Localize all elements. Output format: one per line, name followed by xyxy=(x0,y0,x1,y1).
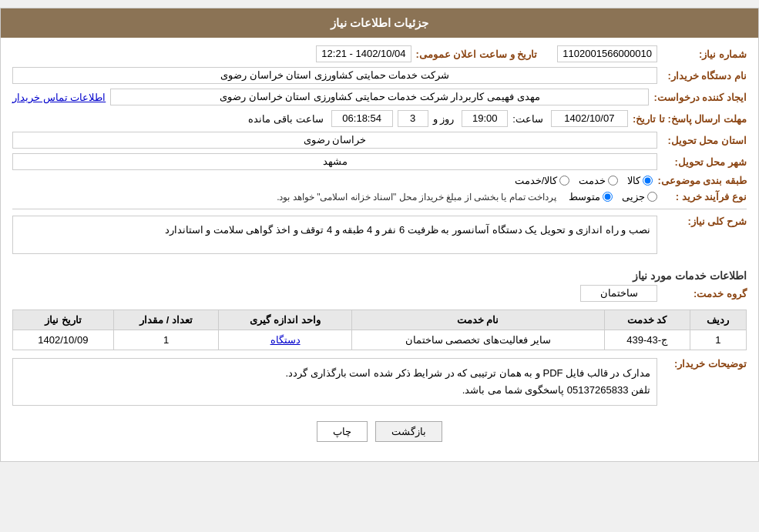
buyer-name-label: نام دستگاه خریدار: xyxy=(662,70,747,82)
date-value: 1402/10/04 - 12:21 xyxy=(316,45,411,62)
province-value: خراسان رضوی xyxy=(12,132,657,149)
category-kala-label: کالا xyxy=(627,175,640,186)
print-button[interactable]: چاپ xyxy=(317,421,368,442)
process-jazii-label: جزیی xyxy=(622,191,645,202)
creator-value: مهدی فهیمی کاربردار شرکت خدمات حمایتی کش… xyxy=(110,89,649,105)
province-label: استان محل تحویل: xyxy=(662,135,747,146)
process-motevaset-radio[interactable] xyxy=(603,192,613,202)
description-value: نصب و راه اندازی و تحویل یک دستگاه آسانس… xyxy=(12,216,657,254)
buyer-notes-row: توضیحات خریدار: مدارک در قالب فایل PDF و… xyxy=(12,358,747,406)
buyer-name-value: شرکت خدمات حمایتی کشاورزی استان خراسان ر… xyxy=(12,67,657,84)
deadline-days: 3 xyxy=(398,110,428,127)
col-row-num: ردیف xyxy=(690,310,746,330)
service-group-label: گروه خدمت: xyxy=(662,288,747,299)
category-row: طبقه بندی موضوعی: کالا خدمت کالا/خدمت xyxy=(12,175,747,186)
category-kala-radio[interactable] xyxy=(643,176,653,186)
deadline-days-label: روز و xyxy=(433,113,455,125)
city-row: شهر محل تحویل: مشهد xyxy=(12,153,747,170)
deadline-time: 19:00 xyxy=(462,110,508,127)
contact-link[interactable]: اطلاعات تماس خریدار xyxy=(12,92,106,103)
process-note: پرداخت تمام یا بخشی از مبلغ خریداز محل "… xyxy=(277,192,556,202)
need-number-label: شماره نیاز: xyxy=(662,49,747,60)
cell-code: ج-43-439 xyxy=(604,330,690,350)
buyer-name-row: نام دستگاه خریدار: شرکت خدمات حمایتی کشا… xyxy=(12,67,747,84)
cell-row-num: 1 xyxy=(690,330,746,350)
need-number-row: شماره نیاز: 1102001566000010 تاریخ و ساع… xyxy=(12,45,747,62)
deadline-remaining: 06:18:54 xyxy=(331,110,393,127)
creator-row: ایجاد کننده درخواست: مهدی فهیمی کاربردار… xyxy=(12,89,747,105)
deadline-label: مهلت ارسال پاسخ: تا تاریخ: xyxy=(633,113,747,125)
cell-date: 1402/10/09 xyxy=(13,330,114,350)
category-khadamat-radio[interactable] xyxy=(608,176,618,186)
process-row: نوع فرآیند خرید : جزیی متوسط پرداخت تمام… xyxy=(12,191,747,202)
col-unit: واحد اندازه گیری xyxy=(219,310,351,330)
cell-name: سایر فعالیت‌های تخصصی ساختمان xyxy=(351,330,604,350)
category-khadamat-item: خدمت xyxy=(579,175,618,186)
process-radio-group: جزیی متوسط xyxy=(569,191,657,202)
creator-label: ایجاد کننده درخواست: xyxy=(653,92,747,103)
cell-unit[interactable]: دستگاه xyxy=(219,330,351,350)
category-kala-khadamat-label: کالا/خدمت xyxy=(515,175,558,186)
category-khadamat-label: خدمت xyxy=(579,175,606,186)
page-header: جزئیات اطلاعات نیاز xyxy=(1,8,758,38)
need-number-value: 1102001566000010 xyxy=(557,45,657,62)
process-motevaset-item: متوسط xyxy=(569,191,613,202)
category-kala-khadamat-radio[interactable] xyxy=(559,176,569,186)
description-row: شرح کلی نیاز: نصب و راه اندازی و تحویل ی… xyxy=(12,216,747,262)
table-header-row: ردیف کد خدمت نام خدمت واحد اندازه گیری ت… xyxy=(13,310,747,330)
buyer-notes-label: توضیحات خریدار: xyxy=(662,358,747,370)
back-button[interactable]: بازگشت xyxy=(375,421,442,442)
main-container: جزئیات اطلاعات نیاز شماره نیاز: 11020015… xyxy=(0,8,759,462)
content-area: شماره نیاز: 1102001566000010 تاریخ و ساع… xyxy=(1,38,758,461)
notes-text2: تلفن 05137265833 پاسخگوی شما می باشد. xyxy=(19,382,650,399)
deadline-remaining-label: ساعت باقی مانده xyxy=(248,113,323,125)
col-code: کد خدمت xyxy=(604,310,690,330)
deadline-date: 1402/10/07 xyxy=(551,110,628,127)
col-qty: تعداد / مقدار xyxy=(113,310,219,330)
col-date: تاریخ نیاز xyxy=(13,310,114,330)
city-value: مشهد xyxy=(12,153,657,170)
button-row: بازگشت چاپ xyxy=(12,413,747,453)
process-jazii-item: جزیی xyxy=(622,191,657,202)
category-radio-group: کالا خدمت کالا/خدمت xyxy=(515,175,653,186)
divider-1 xyxy=(12,209,747,209)
service-group-value: ساختمان xyxy=(580,285,657,302)
process-label: نوع فرآیند خرید : xyxy=(662,191,747,202)
table-header: ردیف کد خدمت نام خدمت واحد اندازه گیری ت… xyxy=(13,310,747,330)
cell-qty: 1 xyxy=(113,330,219,350)
process-motevaset-label: متوسط xyxy=(569,191,600,202)
process-jazii-radio[interactable] xyxy=(647,192,657,202)
category-kala-item: کالا xyxy=(627,175,653,186)
city-label: شهر محل تحویل: xyxy=(662,156,747,168)
category-kala-khadamat-item: کالا/خدمت xyxy=(515,175,570,186)
deadline-row: مهلت ارسال پاسخ: تا تاریخ: 1402/10/07 سا… xyxy=(12,110,747,127)
description-label: شرح کلی نیاز: xyxy=(662,216,747,227)
page-title: جزئیات اطلاعات نیاز xyxy=(331,16,428,29)
category-label: طبقه بندی موضوعی: xyxy=(657,175,747,186)
table-row: 1 ج-43-439 سایر فعالیت‌های تخصصی ساختمان… xyxy=(13,330,747,350)
col-name: نام خدمت xyxy=(351,310,604,330)
date-label: تاریخ و ساعت اعلان عمومی: xyxy=(416,49,538,60)
notes-text1: مدارک در قالب فایل PDF و به همان ترتیبی … xyxy=(19,365,650,382)
deadline-time-label: ساعت: xyxy=(512,113,543,125)
province-row: استان محل تحویل: خراسان رضوی xyxy=(12,132,747,149)
service-info-title: اطلاعات خدمات مورد نیاز xyxy=(12,269,747,282)
buyer-notes-box: مدارک در قالب فایل PDF و به همان ترتیبی … xyxy=(12,358,657,406)
table-body: 1 ج-43-439 سایر فعالیت‌های تخصصی ساختمان… xyxy=(13,330,747,350)
services-table: ردیف کد خدمت نام خدمت واحد اندازه گیری ت… xyxy=(12,309,747,350)
service-group-row: گروه خدمت: ساختمان xyxy=(12,285,747,302)
